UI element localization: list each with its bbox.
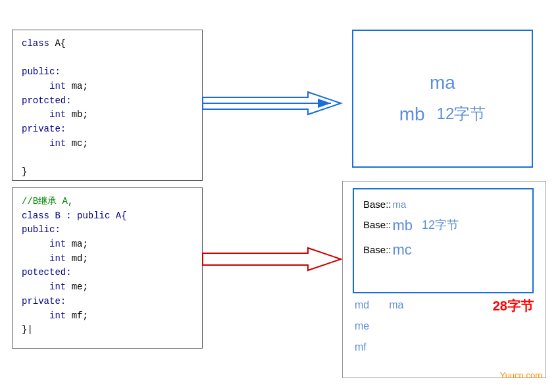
- code-line-md: int md;: [22, 252, 193, 266]
- code-line-protected: protcted:: [22, 94, 193, 109]
- lower-var-me: me: [355, 316, 369, 337]
- code-line-mf: int mf;: [22, 309, 193, 324]
- result-box-bottom-inner: Base:: ma Base:: mb 12字节 Base:: mc: [353, 188, 534, 293]
- code-line-private: private:: [22, 122, 193, 137]
- code-box-top: class A{ public: int ma; protcted: int m…: [12, 30, 203, 181]
- arrow-bottom: [203, 247, 347, 275]
- lower-vars-section: md me mf ma 28字节: [355, 295, 534, 358]
- result-outer-lower: md me mf ma 28字节: [343, 292, 545, 360]
- code-line-me: int me;: [22, 280, 193, 295]
- lower-bytes-container: 28字节: [493, 295, 534, 315]
- code-line-close-b: }|: [22, 323, 193, 337]
- code-line-brace: }: [22, 165, 193, 180]
- result-top-row-1: ma: [430, 67, 455, 99]
- code-line-ma-b: int ma;: [22, 237, 193, 252]
- code-box-bottom: //B继承 A, class B : public A{ public: int…: [12, 187, 203, 349]
- svg-marker-4: [203, 248, 341, 270]
- result-inner-content: Base:: ma Base:: mb 12字节 Base:: mc: [354, 189, 532, 268]
- lower-vars-right: ma: [389, 295, 403, 316]
- base-row-mb: Base:: mb 12字节: [363, 213, 523, 237]
- result-box-outer: Base:: ma Base:: mb 12字节 Base:: mc md: [342, 181, 546, 378]
- lower-vars-left: md me mf: [355, 295, 369, 358]
- code-line-ma: int ma;: [22, 80, 193, 94]
- result-top-row-2: mb 12字节: [399, 99, 486, 130]
- code-comment: //B继承 A,: [22, 195, 193, 209]
- arrow-top: [203, 91, 347, 119]
- watermark: Yuucn.com: [500, 370, 542, 380]
- code-line-mb: int mb;: [22, 108, 193, 122]
- base-row-mc: Base:: mc: [363, 237, 523, 262]
- lower-var-ma: ma: [389, 295, 403, 316]
- result-top-var-mb: mb: [399, 99, 425, 130]
- code-line-private-b: private:: [22, 295, 193, 309]
- code-line-public: public:: [22, 65, 193, 80]
- code-line-public-b: public:: [22, 223, 193, 237]
- result-top-var-ma: ma: [430, 67, 455, 99]
- code-line-class-b: class B : public A{: [22, 209, 193, 224]
- lower-var-mf: mf: [355, 337, 369, 358]
- main-container: class A{ public: int ma; protcted: int m…: [0, 0, 558, 392]
- lower-var-md: md: [355, 295, 369, 316]
- code-line-class: class A{: [22, 37, 193, 51]
- code-line-potected: potected:: [22, 266, 193, 280]
- code-line-mc: int mc;: [22, 137, 193, 151]
- result-top-content: ma mb 12字节: [353, 31, 532, 166]
- lower-bytes-label: 28字节: [493, 297, 534, 315]
- base-row-ma: Base:: ma: [363, 196, 523, 213]
- result-box-top: ma mb 12字节: [352, 30, 533, 168]
- result-top-bytes: 12字节: [437, 101, 486, 128]
